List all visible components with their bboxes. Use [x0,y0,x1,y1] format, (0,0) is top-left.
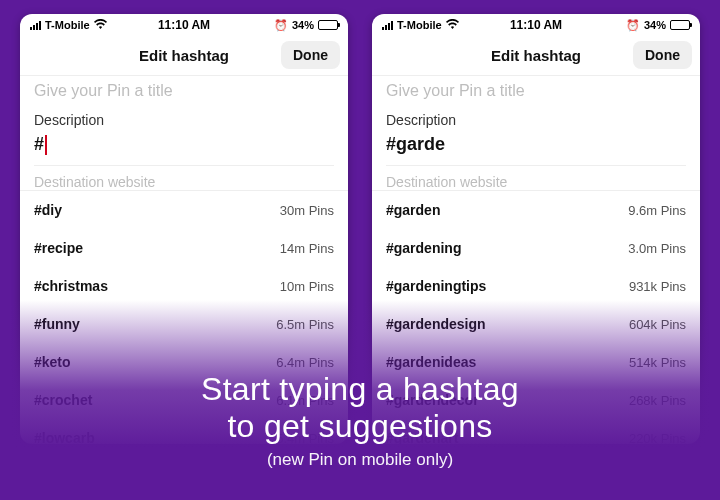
suggestion-list[interactable]: #diy30m Pins#recipe14m Pins#christmas10m… [20,190,348,444]
suggestion-tag: #recipe [34,240,83,256]
suggestion-tag: #gardeningtips [386,278,486,294]
suggestion-count: 3.0m Pins [628,241,686,256]
battery-icon [318,20,338,30]
status-bar: T-Mobile 11:10 AM ⏰ 34% [20,14,348,36]
battery-pct: 34% [644,19,666,31]
page-title: Edit hashtag [491,47,581,64]
signal-icon [382,21,393,30]
carrier-label: T-Mobile [45,19,90,31]
suggestion-tag: #crochet [34,392,92,408]
suggestion-tag: #gardendesign [386,316,486,332]
navbar: Edit hashtag Done [372,36,700,76]
suggestion-row[interactable]: #gardendecor268k Pins [372,381,700,419]
text-cursor [45,135,47,155]
alarm-icon: ⏰ [626,19,640,32]
suggestion-row[interactable]: #gardening3.0m Pins [372,229,700,267]
suggestion-list[interactable]: #garden9.6m Pins#gardening3.0m Pins#gard… [372,190,700,444]
hashtag-input[interactable]: # [34,134,334,155]
suggestion-row[interactable]: #christmas10m Pins [20,267,348,305]
form-area: Give your Pin a title Description #garde… [372,76,700,190]
wifi-icon [446,19,459,31]
suggestion-row[interactable]: #gardenideas514k Pins [372,343,700,381]
suggestion-row[interactable]: #diy30m Pins [20,191,348,229]
suggestion-row[interactable]: #keto6.4m Pins [20,343,348,381]
suggestion-count: 14m Pins [280,241,334,256]
destination-placeholder[interactable]: Destination website [386,165,686,190]
suggestion-count: 514k Pins [629,355,686,370]
suggestion-tag: #christmas [34,278,108,294]
clock: 11:10 AM [158,18,210,32]
caption-sub: (new Pin on mobile only) [0,450,720,470]
suggestion-count: 6.1m Pins [276,393,334,408]
destination-placeholder[interactable]: Destination website [34,165,334,190]
suggestion-tag: #gardendecor [386,392,479,408]
phone-left: T-Mobile 11:10 AM ⏰ 34% Edit hashtag Don… [20,14,348,444]
clock: 11:10 AM [510,18,562,32]
suggestion-tag: #gardenart [386,430,458,444]
suggestion-row[interactable]: #garden9.6m Pins [372,191,700,229]
suggestion-tag: #gardening [386,240,461,256]
wifi-icon [94,19,107,31]
carrier-label: T-Mobile [397,19,442,31]
suggestion-count: 604k Pins [629,317,686,332]
suggestion-row[interactable]: #gardendesign604k Pins [372,305,700,343]
status-bar: T-Mobile 11:10 AM ⏰ 34% [372,14,700,36]
battery-icon [670,20,690,30]
suggestion-tag: #gardenideas [386,354,476,370]
suggestion-count: 10m Pins [280,279,334,294]
suggestion-row[interactable]: #lowcarb5.4m Pins [20,419,348,444]
description-label: Description [34,112,334,128]
suggestion-tag: #diy [34,202,62,218]
phone-pair: T-Mobile 11:10 AM ⏰ 34% Edit hashtag Don… [0,0,720,444]
suggestion-count: 220k Pins [629,431,686,445]
done-button[interactable]: Done [633,41,692,69]
suggestion-row[interactable]: #funny6.5m Pins [20,305,348,343]
suggestion-row[interactable]: #recipe14m Pins [20,229,348,267]
suggestion-tag: #keto [34,354,71,370]
signal-icon [30,21,41,30]
suggestion-row[interactable]: #gardenart220k Pins [372,419,700,444]
suggestion-count: 5.4m Pins [276,431,334,445]
hashtag-input-value: #garde [386,134,445,155]
alarm-icon: ⏰ [274,19,288,32]
phone-right: T-Mobile 11:10 AM ⏰ 34% Edit hashtag Don… [372,14,700,444]
navbar: Edit hashtag Done [20,36,348,76]
description-label: Description [386,112,686,128]
suggestion-count: 30m Pins [280,203,334,218]
suggestion-count: 931k Pins [629,279,686,294]
suggestion-row[interactable]: #crochet6.1m Pins [20,381,348,419]
suggestion-row[interactable]: #gardeningtips931k Pins [372,267,700,305]
suggestion-count: 268k Pins [629,393,686,408]
hashtag-input[interactable]: #garde [386,134,686,155]
page-title: Edit hashtag [139,47,229,64]
done-button[interactable]: Done [281,41,340,69]
pin-title-placeholder[interactable]: Give your Pin a title [34,82,334,100]
form-area: Give your Pin a title Description # Dest… [20,76,348,190]
suggestion-count: 6.5m Pins [276,317,334,332]
suggestion-count: 6.4m Pins [276,355,334,370]
suggestion-count: 9.6m Pins [628,203,686,218]
suggestion-tag: #funny [34,316,80,332]
pin-title-placeholder[interactable]: Give your Pin a title [386,82,686,100]
hashtag-input-value: # [34,134,44,155]
suggestion-tag: #garden [386,202,440,218]
battery-pct: 34% [292,19,314,31]
suggestion-tag: #lowcarb [34,430,95,444]
